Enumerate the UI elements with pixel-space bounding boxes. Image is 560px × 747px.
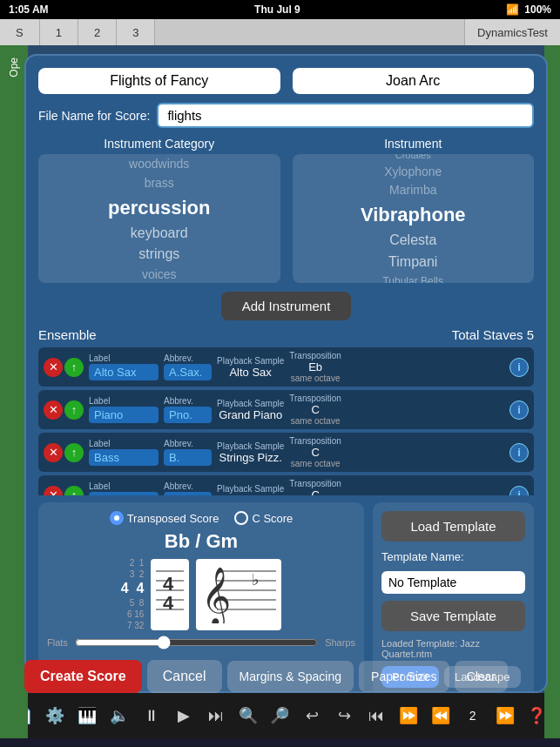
instr-celesta[interactable]: Celesta	[293, 230, 535, 252]
cat-woodwinds[interactable]: woodwinds	[38, 155, 280, 174]
staff-notation-box: 4 4	[151, 559, 189, 630]
category-label: Instrument Category	[38, 137, 280, 151]
category-column: Instrument Category manuscript woodwinds…	[38, 137, 280, 283]
label-group-4: Label	[89, 481, 159, 495]
slider-row: Flats Sharps	[47, 636, 355, 649]
margins-spacing-button[interactable]: Margins & Spacing	[227, 661, 354, 692]
load-template-button[interactable]: Load Template	[381, 511, 525, 542]
label-input-3[interactable]	[89, 449, 159, 466]
add-instrument-button[interactable]: Add Instrument	[221, 292, 352, 320]
dynamics-tab[interactable]: DynamicsTest	[464, 19, 560, 45]
keyboard-icon[interactable]: 🎹	[71, 700, 103, 731]
c-score-radio[interactable]	[234, 511, 248, 525]
abbrev-input-4[interactable]	[164, 492, 212, 495]
info-button-2[interactable]: i	[509, 400, 529, 420]
abbrev-input-1[interactable]	[164, 364, 212, 380]
rewind-icon[interactable]: ⏮	[361, 700, 392, 731]
instr-row-1-top: ✕ ↑ Label Abbrev. Playback Sa	[44, 351, 529, 383]
paper-sizes-button[interactable]: Paper Sizes	[359, 661, 449, 692]
transposed-score-option[interactable]: Transposed Score	[110, 511, 219, 525]
remove-bass-button[interactable]: ✕	[44, 443, 63, 462]
action-bar: Create Score Cancel Margins & Spacing Pa…	[24, 660, 548, 693]
clear-button[interactable]: Clear	[455, 661, 508, 692]
instr-4-fields: Label Abbrev. Playback Sample Drum Set	[89, 479, 504, 495]
instr-tubular-bells[interactable]: Tubular Bells	[293, 273, 535, 283]
music-notation-box: 𝄞 ♭	[196, 559, 281, 630]
abbrev-group-2: Abbrev.	[164, 396, 212, 423]
pause-icon[interactable]: ⏸	[136, 700, 167, 731]
redo-icon[interactable]: ↪	[328, 700, 360, 731]
file-name-input[interactable]	[157, 103, 534, 128]
template-name-input[interactable]	[381, 571, 525, 594]
tab-3[interactable]: 3	[117, 19, 155, 45]
instr-crotales[interactable]: Crotales	[293, 154, 535, 163]
cat-voices[interactable]: voices	[38, 266, 280, 283]
label-group-3: Label	[89, 439, 159, 466]
instrument-row-2: ✕ ↑ Label Abbrev. Playback Sa	[38, 390, 534, 429]
key-slider[interactable]	[75, 636, 318, 649]
category-list[interactable]: manuscript woodwinds brass percussion ke…	[38, 154, 280, 283]
tab-2[interactable]: 2	[78, 19, 117, 45]
transposed-score-radio[interactable]	[110, 511, 124, 525]
remove-piano-button[interactable]: ✕	[44, 400, 63, 420]
instrument-row-3: ✕ ↑ Label Abbrev. Playback Sa	[38, 433, 534, 472]
playback-group-3: Playback Sample Strings Pizz.	[217, 441, 284, 464]
cat-keyboard[interactable]: keyboard	[38, 223, 280, 245]
save-template-button[interactable]: Save Template	[381, 601, 525, 631]
move-up-alto-sax-button[interactable]: ↑	[64, 358, 84, 377]
transposition-group-1: Transposition Eb same octave	[289, 351, 341, 383]
instr-vibraphone[interactable]: Vibraphone	[293, 200, 535, 230]
zoom-out-icon[interactable]: 🔎	[264, 700, 295, 731]
move-up-drums-button[interactable]: ↑	[64, 486, 84, 496]
label-input-2[interactable]	[89, 407, 159, 423]
info-button-3[interactable]: i	[509, 443, 529, 462]
instr-3-fields: Label Abbrev. Playback Sample Strings Pi…	[89, 436, 504, 468]
instrument-list[interactable]: Crotales Xylophone Marimba Vibraphone Ce…	[293, 154, 535, 283]
composer-field[interactable]: Joan Arc	[293, 68, 535, 94]
status-day: Thu Jul 9	[254, 3, 300, 16]
top-fields-row: Flights of Fancy Joan Arc	[38, 68, 534, 94]
info-button-1[interactable]: i	[509, 358, 529, 377]
abbrev-input-2[interactable]	[164, 407, 212, 423]
title-field[interactable]: Flights of Fancy	[38, 68, 280, 94]
step-back-icon[interactable]: ⏪	[425, 700, 456, 731]
tab-1[interactable]: 1	[40, 19, 78, 45]
radio-row: Transposed Score C Score	[110, 511, 293, 525]
create-score-button[interactable]: Create Score	[24, 660, 142, 693]
instr-marimba[interactable]: Marimba	[293, 181, 535, 200]
svg-text:4: 4	[163, 592, 174, 614]
info-button-4[interactable]: i	[509, 486, 529, 496]
instr-1-fields: Label Abbrev. Playback Sample Alto Sax	[89, 351, 504, 383]
label-input-1[interactable]	[89, 364, 159, 380]
tab-s[interactable]: S	[0, 19, 40, 45]
remove-drums-button[interactable]: ✕	[44, 486, 63, 496]
fast-forward-icon[interactable]: ⏩	[393, 700, 424, 731]
move-up-piano-button[interactable]: ↑	[64, 400, 84, 420]
skip-forward-icon[interactable]: ⏭	[200, 700, 232, 731]
abbrev-group-1: Abbrev.	[164, 353, 212, 380]
remove-alto-sax-button[interactable]: ✕	[44, 358, 63, 377]
wifi-icon: 📶	[506, 3, 519, 16]
settings-icon[interactable]: ⚙️	[39, 700, 71, 731]
total-staves-label: Total Staves 5	[452, 327, 534, 342]
abbrev-input-3[interactable]	[164, 449, 212, 466]
selectors-row: Instrument Category manuscript woodwinds…	[38, 137, 534, 283]
battery-label: 100%	[524, 3, 551, 16]
play-icon[interactable]: ▶	[168, 700, 199, 731]
label-input-4[interactable]	[89, 492, 159, 495]
label-group-2: Label	[89, 396, 159, 423]
cat-strings[interactable]: strings	[38, 244, 280, 266]
instr-xylophone[interactable]: Xylophone	[293, 163, 535, 182]
cat-brass[interactable]: brass	[38, 174, 280, 193]
move-up-bass-button[interactable]: ↑	[64, 443, 84, 462]
volume-icon[interactable]: 🔈	[104, 700, 135, 731]
cat-percussion[interactable]: percussion	[38, 193, 280, 223]
cancel-button[interactable]: Cancel	[147, 660, 222, 693]
c-score-option[interactable]: C Score	[234, 511, 293, 525]
instr-timpani[interactable]: Timpani	[293, 252, 535, 273]
instrument-label: Instrument	[293, 137, 535, 151]
next-page-icon[interactable]: ⏩	[489, 700, 521, 731]
time-sig-list: 2 1 3 2 4 4 5 8 6 16 7 32	[121, 558, 145, 630]
zoom-in-icon[interactable]: 🔍	[233, 700, 264, 731]
undo-icon[interactable]: ↩	[296, 700, 327, 731]
